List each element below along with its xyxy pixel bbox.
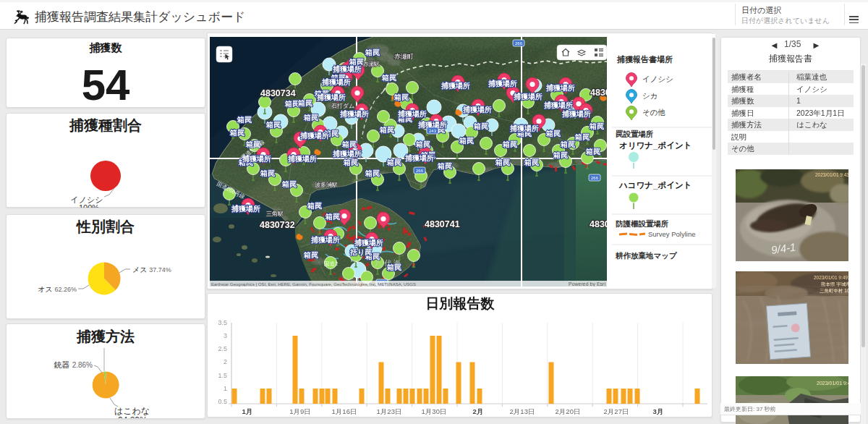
svg-text:266: 266 (416, 169, 424, 173)
svg-text:箱罠: 箱罠 (437, 162, 453, 170)
svg-text:耕作放棄地マップ: 耕作放棄地マップ (615, 251, 677, 260)
svg-text:捕獲場所: 捕獲場所 (354, 239, 383, 247)
svg-text:三角駅: 三角駅 (266, 211, 284, 217)
svg-text:243: 243 (429, 129, 437, 133)
svg-text:Earthstar Geographics | OSI, E: Earthstar Geographics | OSI, Esri, HERE,… (211, 282, 416, 287)
svg-text:2023/01/01 9:41:54: 2023/01/01 9:41:54 (817, 381, 848, 386)
svg-text:シカ: シカ (642, 91, 658, 100)
svg-text:捕獲場所: 捕獲場所 (316, 93, 346, 101)
svg-text:捕獲場所: 捕獲場所 (397, 110, 427, 118)
svg-text:赤瀬駅: 赤瀬駅 (362, 61, 380, 67)
svg-text:オリワナ_ポイント: オリワナ_ポイント (619, 141, 692, 150)
svg-text:捕獲場所: 捕獲場所 (310, 236, 340, 244)
svg-text:2月13日: 2月13日 (510, 407, 535, 415)
svg-text:捕獲場所: 捕獲場所 (332, 150, 362, 158)
svg-text:箱罠: 箱罠 (307, 202, 323, 210)
svg-text:赤瀬町: 赤瀬町 (394, 53, 414, 60)
svg-text:Survey Polyline: Survey Polyline (648, 230, 695, 238)
svg-text:1月: 1月 (242, 407, 253, 415)
svg-text:捕獲場所: 捕獲場所 (299, 132, 329, 140)
svg-text:箱罠: 箱罠 (524, 158, 540, 166)
svg-text:2月20日: 2月20日 (556, 407, 581, 415)
svg-text:箱罠: 箱罠 (381, 74, 397, 82)
svg-text:箱罠: 箱罠 (379, 126, 395, 134)
svg-text:4830741: 4830741 (425, 219, 460, 229)
svg-text:捕獲場所: 捕獲場所 (488, 80, 517, 88)
svg-text:2023/01/01 9:49:22: 2023/01/01 9:49:22 (814, 275, 848, 280)
svg-text:箱罠: 箱罠 (585, 148, 601, 156)
svg-text:はこわな: はこわな (114, 406, 150, 416)
svg-text:捕獲場所: 捕獲場所 (513, 93, 542, 101)
svg-text:捕獲場所: 捕獲場所 (509, 124, 539, 132)
svg-text:捕獲報告書場所: 捕獲報告書場所 (616, 55, 673, 64)
svg-text:ハコワナ_ポイント: ハコワナ_ポイント (618, 181, 692, 190)
svg-text:捕獲場所: 捕獲場所 (287, 155, 317, 163)
svg-text:1.5: 1.5 (218, 372, 227, 379)
svg-text:1月9日: 1月9日 (289, 407, 311, 415)
svg-text:4830734: 4830734 (260, 88, 296, 98)
svg-text:箱罠: 箱罠 (343, 158, 359, 166)
svg-text:捕獲場所: 捕獲場所 (561, 110, 591, 118)
svg-text:94.29%: 94.29% (118, 415, 148, 418)
svg-text:2023/01/01 9:43:22: 2023/01/01 9:43:22 (815, 172, 848, 177)
svg-text:箱罠: 箱罠 (560, 140, 576, 148)
svg-text:捕獲場所: 捕獲場所 (339, 110, 369, 118)
svg-text:箱罠: 箱罠 (589, 122, 605, 130)
svg-text:箱罠: 箱罠 (574, 133, 590, 141)
svg-text:箱罠: 箱罠 (495, 158, 511, 166)
svg-text:箱罠: 箱罠 (281, 180, 297, 188)
svg-text:波多浦駅: 波多浦駅 (315, 182, 338, 188)
svg-text:100%: 100% (79, 203, 99, 208)
svg-text:1月30日: 1月30日 (422, 407, 447, 415)
svg-text:イノシシ: イノシシ (642, 75, 673, 83)
svg-text:箱罠: 箱罠 (229, 129, 245, 137)
svg-text:箱罠: 箱罠 (365, 48, 380, 56)
svg-text:4830: 4830 (590, 88, 607, 98)
svg-text:箱罠: 箱罠 (386, 158, 402, 166)
svg-text:捕獲場所: 捕獲場所 (545, 84, 575, 92)
svg-text:箱罠: 箱罠 (341, 140, 357, 148)
svg-text:防護柵設置場所: 防護柵設置場所 (616, 219, 669, 228)
svg-text:4830732: 4830732 (260, 220, 295, 230)
svg-text:捕獲場所: 捕獲場所 (332, 65, 362, 73)
svg-text:箱罠: 箱罠 (325, 213, 341, 221)
svg-text:2: 2 (224, 358, 227, 365)
svg-text:2月: 2月 (473, 407, 484, 415)
svg-text:2月27日: 2月27日 (604, 407, 629, 415)
svg-text:括り罠: 括り罠 (349, 248, 373, 256)
svg-text:箱罠: 箱罠 (365, 169, 380, 177)
svg-text:0.5: 0.5 (218, 398, 227, 405)
svg-text:箱罠: 箱罠 (553, 151, 569, 159)
svg-text:八代海: 八代海 (375, 259, 403, 267)
svg-text:箱罠: 箱罠 (297, 99, 313, 107)
svg-text:捕獲場所: 捕獲場所 (441, 82, 470, 90)
svg-text:国道2: 国道2 (324, 260, 338, 267)
svg-text:メス 37.74%: メス 37.74% (132, 266, 171, 274)
svg-text:1: 1 (224, 385, 227, 392)
svg-text:266: 266 (591, 176, 599, 180)
svg-text:石打ダム: 石打ダム (331, 103, 354, 109)
svg-text:箱罠: 箱罠 (303, 251, 319, 259)
svg-text:箱罠: 箱罠 (545, 130, 561, 137)
svg-text:銃器 2.86%: 銃器 2.86% (54, 360, 93, 369)
svg-text:1月16日: 1月16日 (332, 407, 357, 415)
svg-text:2.5: 2.5 (218, 345, 227, 352)
svg-text:箱罠: 箱罠 (459, 137, 475, 145)
svg-text:3: 3 (224, 332, 227, 339)
svg-text:1月23日: 1月23日 (377, 407, 402, 415)
svg-text:捕獲場所: 捕獲場所 (404, 154, 434, 162)
svg-text:箱罠: 箱罠 (393, 93, 409, 101)
svg-text:その他: その他 (642, 108, 665, 116)
svg-text:箱罠: 箱罠 (502, 140, 518, 148)
svg-text:3.5: 3.5 (218, 319, 227, 326)
svg-text:箱罠: 箱罠 (473, 122, 489, 130)
svg-text:箱罠: 箱罠 (237, 116, 252, 124)
svg-text:三角町中村 1034: 三角町中村 1034 (820, 288, 848, 294)
svg-text:266: 266 (515, 41, 523, 46)
svg-text:4830: 4830 (590, 219, 607, 229)
svg-text:罠設置場所: 罠設置場所 (616, 130, 654, 138)
svg-text:箱罠: 箱罠 (260, 169, 276, 177)
svg-text:捕獲場所: 捕獲場所 (462, 106, 492, 114)
svg-text:箱罠: 箱罠 (415, 140, 431, 148)
svg-text:捕獲場所: 捕獲場所 (231, 205, 260, 213)
